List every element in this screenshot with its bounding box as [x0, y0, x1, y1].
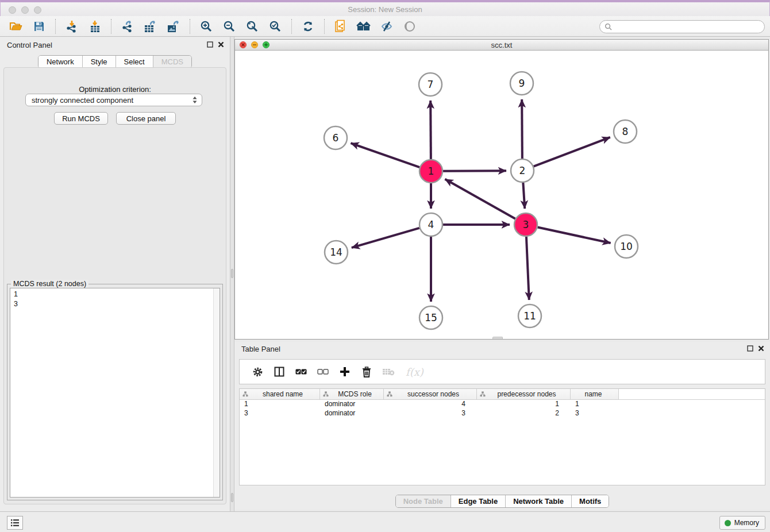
export-image-icon [167, 20, 180, 33]
zoom-out-button[interactable] [221, 18, 238, 35]
splitter-handle[interactable] [231, 493, 233, 502]
node-15[interactable]: 15 [419, 306, 442, 329]
cell-predecessor-nodes[interactable]: 2 [477, 409, 571, 418]
cell-shared-name[interactable]: 1 [240, 400, 320, 409]
mcds-result-line: 1 [14, 290, 216, 299]
edge-2-9[interactable] [522, 99, 522, 159]
column-header-predecessor-nodes[interactable]: predecessor nodes [477, 389, 571, 399]
splitter-handle[interactable] [231, 269, 233, 278]
hide-selected-button[interactable] [378, 18, 395, 35]
column-tree-icon [480, 391, 486, 397]
edge-1-6[interactable] [351, 143, 419, 167]
edge-3-11[interactable] [526, 237, 529, 300]
edge-1-2[interactable] [443, 171, 506, 171]
delete-table-button[interactable] [380, 364, 396, 380]
import-table-button[interactable] [86, 18, 103, 35]
svg-text:7: 7 [428, 79, 434, 90]
table-settings-button[interactable] [249, 364, 265, 380]
cell-name[interactable]: 3 [571, 409, 619, 418]
select-all-rows-button[interactable] [293, 364, 309, 380]
delete-column-button[interactable] [359, 364, 375, 380]
criterion-dropdown[interactable]: strongly connected component [25, 94, 202, 106]
cell-MCDS-role[interactable]: dominator [320, 409, 384, 418]
node-1[interactable]: 1 [419, 160, 442, 183]
cell-name[interactable]: 1 [571, 400, 619, 409]
tab-edge-table[interactable]: Edge Table [451, 495, 505, 507]
node-3[interactable]: 3 [514, 213, 537, 236]
cell-MCDS-role[interactable]: dominator [320, 400, 384, 409]
edge-2-8[interactable] [534, 137, 610, 167]
cell-predecessor-nodes[interactable]: 1 [477, 400, 571, 409]
node-4[interactable]: 4 [419, 213, 442, 236]
tab-style[interactable]: Style [82, 56, 116, 68]
close-panel-icon[interactable] [218, 41, 224, 48]
table-row[interactable]: 3dominator323 [240, 409, 765, 418]
tab-network-table[interactable]: Network Table [505, 495, 571, 507]
column-header-MCDS-role[interactable]: MCDS role [320, 389, 384, 399]
network-canvas[interactable]: 7968124314101511 [235, 51, 768, 339]
node-6[interactable]: 6 [324, 126, 347, 149]
memory-button[interactable]: Memory [719, 516, 765, 530]
panel-splitter[interactable] [230, 37, 234, 511]
export-network-button[interactable] [119, 18, 136, 35]
table-row[interactable]: 1dominator411 [240, 400, 765, 409]
zoom-fit-button[interactable] [244, 18, 261, 35]
column-label: shared name [248, 390, 319, 398]
edge-4-14[interactable] [352, 228, 419, 248]
show-all-button[interactable] [401, 18, 418, 35]
eye-slash-icon [380, 20, 394, 33]
node-8[interactable]: 8 [614, 120, 637, 143]
zoom-selected-button[interactable] [267, 18, 284, 35]
refresh-layout-button[interactable] [299, 18, 317, 35]
node-14[interactable]: 14 [325, 241, 348, 264]
float-panel-icon[interactable] [747, 345, 753, 352]
edge-3-10[interactable] [538, 227, 611, 243]
node-2[interactable]: 2 [511, 159, 534, 182]
tab-motifs[interactable]: Motifs [571, 495, 609, 507]
node-9[interactable]: 9 [510, 72, 533, 95]
formula-builder-button[interactable]: f(x) [402, 364, 424, 380]
run-mcds-button[interactable]: Run MCDS [54, 112, 108, 125]
edge-3-1[interactable] [445, 179, 515, 219]
node-7[interactable]: 7 [419, 73, 442, 96]
network-from-file-button[interactable] [332, 18, 349, 35]
tab-select[interactable]: Select [116, 56, 153, 68]
memory-status-icon [725, 520, 731, 526]
export-image-button[interactable] [165, 18, 182, 35]
cell-successor-nodes[interactable]: 3 [384, 409, 477, 418]
search-input[interactable] [615, 23, 764, 31]
tab-network[interactable]: Network [38, 56, 82, 68]
add-column-button[interactable] [337, 364, 353, 380]
node-10[interactable]: 10 [615, 235, 638, 258]
open-file-button[interactable] [7, 18, 25, 35]
cell-successor-nodes[interactable]: 4 [384, 400, 477, 409]
mcds-result-scrollbar[interactable] [213, 288, 220, 497]
column-header-shared-name[interactable]: shared name [240, 389, 320, 399]
close-panel-icon[interactable] [758, 345, 764, 352]
column-selector-button[interactable] [271, 364, 287, 380]
column-header-successor-nodes[interactable]: successor nodes [384, 389, 477, 399]
canvas-resize-handle[interactable] [492, 337, 503, 339]
export-table-button[interactable] [142, 18, 159, 35]
task-history-button[interactable] [7, 516, 23, 530]
first-neighbors-button[interactable] [355, 18, 372, 35]
search-field[interactable] [599, 20, 765, 33]
close-panel-button[interactable]: Close panel [116, 112, 176, 125]
node-11[interactable]: 11 [518, 304, 541, 327]
tab-mcds[interactable]: MCDS [153, 56, 191, 68]
edge-2-3[interactable] [523, 183, 525, 209]
import-network-button[interactable] [63, 18, 80, 35]
mcds-result-title: MCDS result (2 nodes) [11, 280, 88, 288]
float-panel-icon[interactable] [207, 41, 213, 48]
home-icon [356, 21, 371, 32]
mcds-result-textarea[interactable]: 13 [10, 288, 220, 498]
deselect-all-rows-button[interactable] [315, 364, 331, 380]
edge-1-7[interactable] [430, 101, 431, 159]
column-header-name[interactable]: name [571, 389, 619, 399]
zoom-in-button[interactable] [198, 18, 215, 35]
list-icon [10, 519, 20, 527]
save-session-button[interactable] [30, 18, 48, 35]
cell-shared-name[interactable]: 3 [240, 409, 320, 418]
tab-node-table[interactable]: Node Table [396, 495, 451, 507]
network-window-titlebar[interactable]: scc.txt [235, 40, 768, 51]
